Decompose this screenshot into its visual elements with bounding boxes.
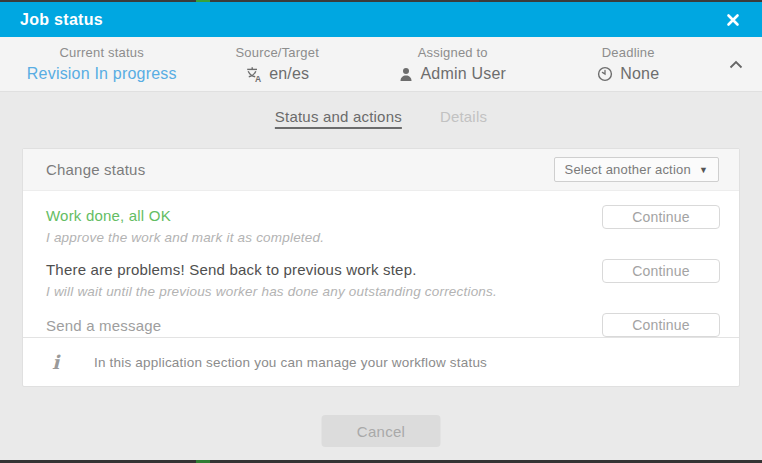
action-title: Work done, all OK <box>46 207 602 224</box>
job-summary-bar: Current status Revision In progress Sour… <box>0 37 762 92</box>
chevron-up-icon[interactable] <box>716 60 756 69</box>
tab-status-and-actions[interactable]: Status and actions <box>275 108 402 125</box>
continue-button[interactable]: Continue <box>602 313 720 337</box>
tab-bar: Status and actions Details <box>0 108 762 125</box>
deadline-value: None <box>620 65 659 83</box>
summary-assigned-to: Assigned to Admin User <box>365 45 541 83</box>
action-description: I approve the work and mark it as comple… <box>46 230 602 245</box>
action-list: Work done, all OK I approve the work and… <box>23 191 739 337</box>
action-row-problems: There are problems! Send back to previou… <box>46 259 720 299</box>
page-behind-accent <box>196 0 210 2</box>
cancel-button[interactable]: Cancel <box>322 415 441 447</box>
translate-icon: A <box>245 66 262 83</box>
modal-title: Job status <box>20 11 103 29</box>
tab-details[interactable]: Details <box>440 108 487 125</box>
caret-down-icon: ▼ <box>699 165 708 175</box>
clock-icon <box>597 66 613 82</box>
page-behind-accent <box>470 0 479 2</box>
dropdown-label: Select another action <box>565 162 691 177</box>
action-description: I will wait until the previous worker ha… <box>46 284 602 299</box>
change-status-panel: Change status Select another action ▼ Wo… <box>22 148 740 387</box>
close-icon[interactable] <box>722 9 744 31</box>
info-text: In this application section you can mana… <box>94 355 487 370</box>
action-row-send-message: Send a message Continue <box>46 313 720 337</box>
info-row: i In this application section you can ma… <box>23 337 739 386</box>
continue-button[interactable]: Continue <box>602 259 720 283</box>
page-behind-top-strip <box>0 0 762 2</box>
panel-header: Change status Select another action ▼ <box>23 149 739 191</box>
summary-deadline: Deadline None <box>541 45 717 83</box>
summary-label: Deadline <box>602 45 655 60</box>
action-title: There are problems! Send back to previou… <box>46 261 602 278</box>
info-icon: i <box>52 351 94 373</box>
modal-header: Job status <box>0 2 762 37</box>
summary-label: Assigned to <box>418 45 488 60</box>
summary-current-status: Current status Revision In progress <box>14 45 190 83</box>
svg-text:A: A <box>255 74 261 83</box>
assigned-to-value: Admin User <box>420 65 506 83</box>
summary-label: Current status <box>60 45 144 60</box>
select-another-action-dropdown[interactable]: Select another action ▼ <box>554 157 719 182</box>
action-title: Send a message <box>46 317 602 334</box>
panel-title: Change status <box>46 161 145 178</box>
continue-button[interactable]: Continue <box>602 205 720 229</box>
person-icon <box>399 67 413 82</box>
action-row-work-done: Work done, all OK I approve the work and… <box>46 205 720 245</box>
summary-label: Source/Target <box>235 45 319 60</box>
summary-source-target: Source/Target A en/es <box>190 45 366 83</box>
source-target-value: en/es <box>269 65 309 83</box>
current-status-value: Revision In progress <box>27 65 177 83</box>
